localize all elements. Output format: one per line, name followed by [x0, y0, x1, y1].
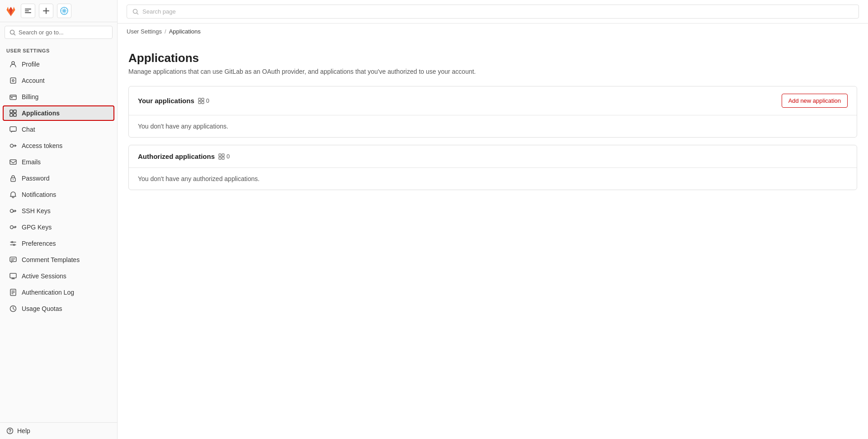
breadcrumb-current: Applications	[169, 28, 201, 35]
svg-rect-38	[222, 157, 224, 159]
svg-point-19	[13, 179, 14, 180]
sidebar-item-active-sessions-label: Active Sessions	[22, 272, 66, 280]
svg-point-8	[12, 80, 14, 81]
authorized-applications-empty: You don't have any authorized applicatio…	[129, 168, 857, 190]
monitor-icon	[9, 272, 17, 280]
your-applications-card: Your applications 0 Add new application …	[128, 86, 857, 138]
breadcrumb-separator: /	[165, 28, 166, 35]
main-content: Search page User Settings / Applications…	[118, 0, 868, 439]
sidebar-item-access-tokens[interactable]: Access tokens	[3, 138, 114, 153]
svg-rect-36	[222, 154, 224, 156]
comment-templates-icon	[9, 256, 17, 264]
sidebar-item-emails[interactable]: Emails	[3, 154, 114, 170]
svg-rect-10	[11, 97, 13, 98]
sidebar-item-authentication-log[interactable]: Authentication Log	[3, 285, 114, 300]
svg-rect-37	[219, 157, 221, 159]
new-item-button[interactable]	[39, 4, 53, 18]
account-icon	[9, 76, 17, 85]
help-icon	[6, 427, 14, 434]
page-description: Manage applications that can use GitLab …	[128, 68, 857, 75]
snowflake-icon-button[interactable]	[57, 4, 71, 18]
svg-point-22	[12, 242, 13, 243]
help-footer[interactable]: Help	[0, 422, 117, 439]
sidebar-item-preferences-label: Preferences	[22, 240, 56, 247]
sidebar-item-preferences[interactable]: Preferences	[3, 236, 114, 251]
your-applications-title: Your applications	[138, 97, 194, 105]
your-applications-empty: You don't have any applications.	[129, 115, 857, 137]
sidebar-item-comment-templates-label: Comment Templates	[22, 256, 80, 263]
token-icon	[9, 142, 17, 150]
sidebar-item-password-label: Password	[22, 175, 49, 182]
sidebar-item-account[interactable]: Account	[3, 73, 114, 88]
svg-rect-1	[25, 10, 29, 11]
svg-rect-32	[202, 98, 204, 100]
svg-rect-33	[198, 101, 201, 104]
sidebar-top	[0, 0, 117, 22]
svg-rect-12	[14, 110, 16, 113]
authorized-applications-count: 0	[226, 153, 230, 160]
sidebar-item-notifications[interactable]: Notifications	[3, 187, 114, 202]
sidebar-item-ssh-keys-label: SSH Keys	[22, 207, 51, 215]
your-applications-count: 0	[206, 97, 209, 104]
ssh-key-icon	[9, 207, 17, 215]
authorized-applications-title-group: Authorized applications 0	[138, 153, 230, 160]
sidebar-item-usage-quotas[interactable]: Usage Quotas	[3, 301, 114, 316]
sidebar-item-chat[interactable]: Chat	[3, 122, 114, 137]
breadcrumb: User Settings / Applications	[118, 24, 868, 35]
sidebar-item-password[interactable]: Password	[3, 171, 114, 186]
sidebar: Search or go to... User settings Profile…	[0, 0, 118, 439]
breadcrumb-parent[interactable]: User Settings	[127, 28, 162, 35]
quota-icon	[9, 305, 17, 313]
search-page-input[interactable]: Search page	[127, 5, 859, 19]
sidebar-item-comment-templates[interactable]: Comment Templates	[3, 252, 114, 267]
content-area: Applications Manage applications that ca…	[118, 35, 868, 439]
sidebar-search[interactable]: Search or go to...	[5, 26, 113, 39]
sidebar-item-emails-label: Emails	[22, 158, 41, 166]
svg-rect-13	[10, 114, 13, 116]
topbar: Search page	[118, 0, 868, 24]
sidebar-item-authentication-log-label: Authentication Log	[22, 289, 74, 296]
sidebar-item-chat-label: Chat	[22, 126, 35, 133]
sidebar-item-billing[interactable]: Billing	[3, 89, 114, 105]
bell-icon	[9, 191, 17, 199]
svg-rect-15	[10, 127, 16, 131]
help-label: Help	[17, 427, 30, 434]
sidebar-item-profile[interactable]: Profile	[3, 57, 114, 72]
svg-rect-34	[202, 101, 204, 104]
sidebar-search-label: Search or go to...	[19, 29, 64, 36]
svg-rect-11	[10, 110, 13, 113]
preferences-icon	[9, 239, 17, 248]
search-icon	[9, 29, 16, 36]
sidebar-item-active-sessions[interactable]: Active Sessions	[3, 268, 114, 284]
sidebar-item-access-tokens-label: Access tokens	[22, 142, 62, 149]
svg-rect-31	[198, 98, 201, 100]
sidebar-toggle-button[interactable]	[21, 4, 35, 18]
authorized-applications-title: Authorized applications	[138, 153, 215, 160]
user-icon	[9, 60, 17, 68]
svg-rect-24	[10, 257, 16, 262]
search-page-icon	[132, 9, 139, 15]
svg-rect-14	[14, 114, 16, 116]
sidebar-item-gpg-keys-label: GPG Keys	[22, 224, 52, 231]
sidebar-section-label: User settings	[0, 43, 117, 56]
sidebar-item-applications[interactable]: Applications	[3, 105, 114, 121]
svg-rect-7	[10, 78, 16, 83]
svg-point-29	[9, 432, 10, 433]
chat-icon	[9, 125, 17, 134]
page-title: Applications	[128, 51, 857, 65]
svg-point-6	[12, 62, 14, 64]
sidebar-item-notifications-label: Notifications	[22, 191, 56, 198]
log-icon	[9, 288, 17, 296]
add-new-application-button[interactable]: Add new application	[782, 94, 848, 108]
sidebar-item-gpg-keys[interactable]: GPG Keys	[3, 220, 114, 235]
your-applications-count-badge: 0	[198, 97, 209, 104]
svg-rect-2	[25, 12, 31, 13]
billing-icon	[9, 93, 17, 101]
authorized-apps-count-icon	[218, 153, 225, 160]
apps-icon	[9, 109, 17, 117]
lock-icon	[9, 174, 17, 182]
sidebar-item-applications-label: Applications	[22, 110, 60, 117]
sidebar-item-ssh-keys[interactable]: SSH Keys	[3, 203, 114, 219]
gitlab-logo[interactable]	[5, 5, 17, 17]
authorized-applications-count-badge: 0	[218, 153, 230, 160]
